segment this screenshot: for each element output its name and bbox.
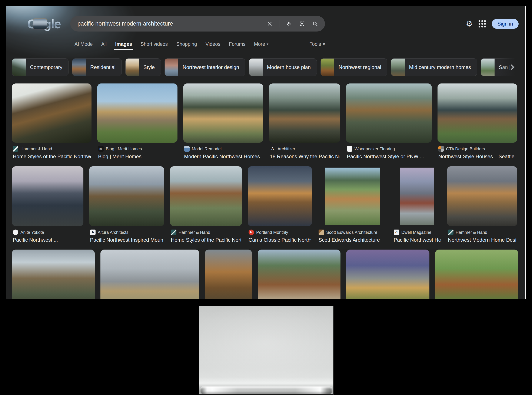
image-result[interactable]: Model RemodelModern Pacific Northwest Ho… <box>183 83 263 159</box>
source-name: Model Remodel <box>192 147 221 151</box>
result-title: Home Styles of the Pacific Northwest ... <box>13 154 91 159</box>
chevron-right-icon[interactable] <box>508 63 516 71</box>
microphone-icon[interactable] <box>285 20 293 28</box>
image-result[interactable]: AAltura ArchitectsPacific Northwest Insp… <box>89 166 164 243</box>
image-result[interactable] <box>435 250 518 299</box>
result-title: Northwest Style Houses – Seattle ... <box>438 154 516 159</box>
tab-shopping[interactable]: Shopping <box>176 38 197 50</box>
image-result[interactable]: Hammer & HandHome Styles of the Pacific … <box>170 166 242 243</box>
image-result[interactable]: Hammer & HandNorthwest Modern Home Desig… <box>447 166 517 243</box>
source-name: Anita Yokota <box>21 230 44 235</box>
chip-residential[interactable]: Residential <box>72 58 122 76</box>
image-result[interactable] <box>346 250 430 299</box>
tab-all[interactable]: All <box>101 38 107 50</box>
result-meta: PPortland MonthlyCan a Classic Pacific N… <box>248 230 312 243</box>
tab-images[interactable]: Images <box>115 38 132 50</box>
result-image[interactable] <box>346 250 430 299</box>
search-bar[interactable] <box>70 16 325 32</box>
image-result[interactable]: Scott Edwards ArchitectureScott Edwards … <box>318 166 387 243</box>
tab-label: Videos <box>206 41 220 47</box>
search-icon[interactable] <box>311 20 319 28</box>
source-name: Woodpecker Flooring <box>355 147 395 151</box>
result-image[interactable] <box>12 166 83 226</box>
source-favicon <box>171 230 176 235</box>
result-meta: Woodpecker FlooringPacific Northwest Sty… <box>346 146 432 159</box>
search-input[interactable] <box>77 20 266 27</box>
image-result[interactable]: Anita YokotaPacific Northwest ... <box>12 166 83 243</box>
result-image[interactable] <box>170 166 242 226</box>
chip-northwest-interior-design[interactable]: Northwest interior design <box>165 58 245 76</box>
tools-menu[interactable]: Tools ▾ <box>310 38 325 50</box>
source-favicon <box>438 146 444 152</box>
result-image[interactable] <box>346 83 432 143</box>
image-result[interactable] <box>100 250 199 299</box>
source-name: Altura Architects <box>98 230 129 235</box>
result-title: Scott Edwards Architecture <box>319 237 386 243</box>
result-image[interactable] <box>183 83 263 143</box>
image-result[interactable] <box>205 250 252 299</box>
image-result[interactable]: Hammer & HandHome Styles of the Pacific … <box>12 83 91 159</box>
header-right-controls: ⚙ Sign in <box>466 19 519 29</box>
result-image[interactable] <box>393 166 441 226</box>
result-image[interactable] <box>205 250 252 299</box>
tab-forums[interactable]: Forums <box>229 38 245 50</box>
image-result[interactable]: Woodpecker FlooringPacific Northwest Sty… <box>346 83 432 159</box>
clear-icon[interactable] <box>266 20 274 28</box>
result-image[interactable] <box>97 83 177 143</box>
result-image[interactable] <box>100 250 199 299</box>
tab-videos[interactable]: Videos <box>206 38 220 50</box>
related-search-chips: ContemporaryResidentialStyleNorthwest in… <box>12 58 526 76</box>
chip-style[interactable]: Style <box>125 58 161 76</box>
source-name: Hammer & Hand <box>21 147 52 151</box>
tab-more[interactable]: More▾ <box>254 38 268 50</box>
result-image[interactable] <box>12 83 91 143</box>
chip-thumbnail <box>321 58 334 76</box>
result-source-line: Woodpecker Flooring <box>347 146 431 152</box>
sign-in-button[interactable]: Sign in <box>492 19 518 29</box>
tab-ai-mode[interactable]: AI Mode <box>75 38 93 50</box>
chip-contemporary[interactable]: Contemporary <box>12 58 69 76</box>
chip-modern-house-plan[interactable]: Modern house plan <box>249 58 317 76</box>
result-meta: ✉Blog | Merit HomesBlog | Merit Homes <box>97 146 177 159</box>
image-result[interactable]: AArchitizer18 Reasons Why the Pacific No… <box>269 83 340 159</box>
image-result[interactable]: dDwell MagazinePacific Northwest Ho... <box>393 166 441 243</box>
chip-label: Mid century modern homes <box>405 64 477 70</box>
image-result[interactable]: PPortland MonthlyCan a Classic Pacific N… <box>248 166 312 243</box>
gray-window-base-bar <box>200 386 332 394</box>
result-image[interactable] <box>447 166 517 226</box>
desktop: { "logo": { "part1": "G", "part2": "gle"… <box>0 0 532 395</box>
result-image[interactable] <box>258 250 340 299</box>
result-source-line: Model Remodel <box>184 146 262 152</box>
result-source-line: AAltura Architects <box>90 230 163 235</box>
camera-lens-icon[interactable] <box>298 20 306 28</box>
settings-gear-icon[interactable]: ⚙ <box>466 20 473 28</box>
result-title: Modern Pacific Northwest Homes ... <box>184 154 262 159</box>
google-logo[interactable]: G gle <box>27 16 61 31</box>
chip-northwest-regional[interactable]: Northwest regional <box>321 58 387 76</box>
tabs-divider <box>6 50 526 50</box>
image-result[interactable] <box>258 250 340 299</box>
result-image[interactable] <box>269 83 340 143</box>
result-image[interactable] <box>248 166 312 226</box>
source-name: CTA Design Builders <box>446 147 485 151</box>
chip-thumbnail <box>249 58 263 76</box>
source-favicon: A <box>270 146 275 152</box>
image-result[interactable]: ✉Blog | Merit HomesBlog | Merit Homes <box>97 83 177 159</box>
scrollbar[interactable] <box>525 6 526 299</box>
result-meta: Hammer & HandHome Styles of the Pacific … <box>12 146 91 159</box>
image-result[interactable]: CTA Design BuildersNorthwest Style House… <box>437 83 517 159</box>
result-image[interactable] <box>435 250 518 299</box>
chip-mid-century-modern-homes[interactable]: Mid century modern homes <box>391 58 477 76</box>
google-apps-icon[interactable] <box>478 20 486 27</box>
image-result[interactable] <box>12 250 95 299</box>
result-image[interactable] <box>318 166 387 226</box>
tab-short-videos[interactable]: Short videos <box>140 38 168 50</box>
result-image[interactable] <box>89 166 164 226</box>
empty-gray-window[interactable] <box>199 306 333 395</box>
chip-thumbnail <box>72 58 86 76</box>
source-favicon <box>13 146 18 152</box>
result-image[interactable] <box>437 83 517 143</box>
result-title: Pacific Northwest ... <box>13 237 83 243</box>
result-source-line: Anita Yokota <box>13 230 83 235</box>
result-image[interactable] <box>12 250 95 299</box>
